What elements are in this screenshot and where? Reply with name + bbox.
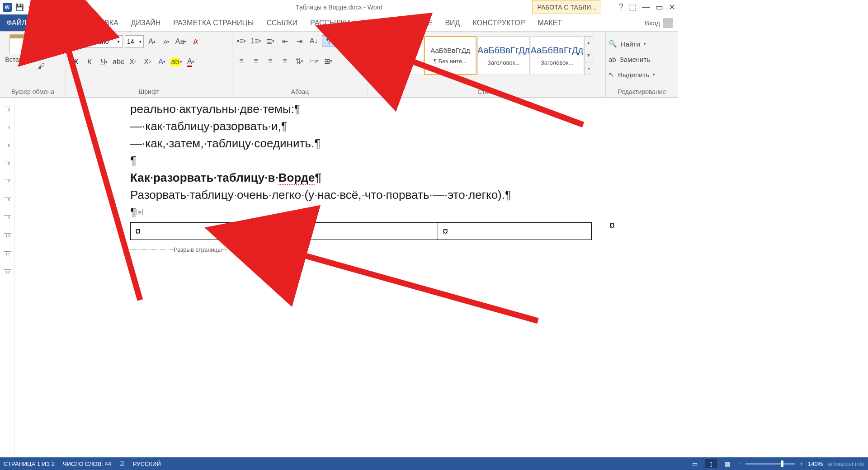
page-break-pilcrow: ¶ <box>271 244 277 255</box>
qat-customize[interactable]: ▾ <box>52 2 62 12</box>
underline-button[interactable]: Ч▾ <box>98 56 110 68</box>
doc-line[interactable]: —·как·таблицу·разорвать·и,¶ <box>130 118 678 135</box>
grow-font-button[interactable]: A▴ <box>146 36 158 47</box>
align-right-button[interactable]: ≡ <box>264 55 277 67</box>
page[interactable]: реально·актуальны·две·темы:¶ —·как·табли… <box>14 98 678 362</box>
select-icon: ↖ <box>609 70 614 79</box>
style-normal[interactable]: АаБбВвГгДдОбычный <box>371 36 423 75</box>
font-color-button[interactable]: A▾ <box>184 56 197 68</box>
save-button[interactable]: 💾 <box>14 2 24 12</box>
document-area: 3 4 5 6 7 8 9 10 11 12 реально·актуальны… <box>0 98 678 362</box>
strikethrough-button[interactable]: abc <box>112 56 125 68</box>
increase-indent-button[interactable]: ⇥ <box>293 35 306 47</box>
superscript-button[interactable]: X2 <box>141 56 154 68</box>
find-button[interactable]: 🔍Найти ▾ <box>609 37 655 51</box>
sign-in-button[interactable]: Вход <box>639 14 678 31</box>
borders-button[interactable]: ⊞▾ <box>322 55 335 67</box>
font-size-input[interactable]: 14▾ <box>125 35 144 48</box>
replace-button[interactable]: abЗаменить <box>609 52 655 66</box>
tab-home[interactable]: ГЛАВНАЯ <box>33 14 79 32</box>
numbering-button[interactable]: 1≡▾ <box>250 35 262 47</box>
style-heading2[interactable]: АаБбВвГгДдЗаголовок... <box>531 36 583 75</box>
tab-review[interactable]: РЕЦЕНЗИРОВАНИЕ <box>357 14 439 31</box>
redo-button[interactable]: ↷ <box>40 2 50 12</box>
close-icon[interactable]: ✕ <box>669 2 675 12</box>
table-anchor-icon[interactable]: ✥ <box>137 209 143 215</box>
styles-scroll[interactable]: ▲ ▼ ▾ <box>584 36 593 75</box>
ribbon-tabs: ФАЙЛ ГЛАВНАЯ ВСТАВКА ДИЗАЙН РАЗМЕТКА СТР… <box>0 14 678 32</box>
styles-up-icon[interactable]: ▲ <box>585 37 593 49</box>
doc-line[interactable]: Разорвать·таблицу·очень·легко·(у·нас·всё… <box>130 186 678 203</box>
font-name-input[interactable]: Calibri (Осно▾ <box>69 35 123 48</box>
tab-insert[interactable]: ВСТАВКА <box>80 14 125 31</box>
style-no-spacing[interactable]: АаБбВвГгДд¶ Без инте... <box>424 36 476 75</box>
minimize-icon[interactable]: — <box>642 2 650 12</box>
group-editing-label: Редактирование <box>606 86 678 97</box>
doc-line[interactable]: ¶ <box>130 203 678 221</box>
justify-button[interactable]: ≡ <box>278 55 291 67</box>
subscript-button[interactable]: X2 <box>127 56 139 68</box>
document-title: Таблицы в Ворде.docx - Word <box>296 4 382 11</box>
find-icon: 🔍 <box>609 40 617 48</box>
group-font-label: Шрифт <box>66 86 232 97</box>
tab-constructor[interactable]: КОНСТРУКТОР <box>466 14 531 31</box>
copy-button[interactable]: ⎘ <box>36 49 46 59</box>
vertical-ruler[interactable]: 3 4 5 6 7 8 9 10 11 12 <box>0 98 14 362</box>
tab-references[interactable]: ССЫЛКИ <box>260 14 304 31</box>
tab-mailings[interactable]: РАССЫЛКИ <box>304 14 357 31</box>
paste-button[interactable]: Вставить ▾ <box>3 34 34 68</box>
page-break-label: Разрыв страницы <box>174 246 222 253</box>
doc-line[interactable]: —·как,·затем,·таблицу·соединить.¶ <box>130 135 678 152</box>
decrease-indent-button[interactable]: ⇤ <box>278 35 291 47</box>
table-tools-tab[interactable]: РАБОТА С ТАБЛИ... <box>532 0 601 14</box>
tab-view[interactable]: ВИД <box>439 14 466 31</box>
align-left-button[interactable]: ≡ <box>235 55 248 67</box>
select-button[interactable]: ↖Выделить ▾ <box>609 68 655 81</box>
styles-down-icon[interactable]: ▼ <box>585 49 593 62</box>
format-painter-button[interactable]: 🖌 <box>36 61 46 71</box>
highlight-button[interactable]: ab▾ <box>170 56 183 68</box>
doc-line[interactable]: реально·актуальны·две·темы:¶ <box>130 100 678 118</box>
styles-gallery: АаБбВвГгДдОбычный АаБбВвГгДд¶ Без инте..… <box>371 36 593 75</box>
help-icon[interactable]: ? <box>619 2 623 12</box>
bold-button[interactable]: Ж <box>69 56 81 68</box>
change-case-button[interactable]: Aa▾ <box>175 36 187 47</box>
text-effects-button[interactable]: A▾ <box>156 56 168 68</box>
cut-button[interactable]: ✂ <box>36 36 46 46</box>
table-cell[interactable]: ¤ <box>438 223 592 240</box>
group-styles: АаБбВвГгДдОбычный АаБбВвГгДд¶ Без инте..… <box>368 32 606 97</box>
avatar-icon <box>663 18 673 28</box>
group-paragraph: •≡▾ 1≡▾ ≣▾ ⇤ ⇥ A↓ ¶ ≡ ≡ ≡ ≡ ⇅▾ ▭▾ ⊞▾ Абз… <box>232 32 368 97</box>
multilevel-button[interactable]: ≣▾ <box>264 35 277 47</box>
clear-formatting-button[interactable]: A̷ <box>189 36 202 47</box>
sort-button[interactable]: A↓ <box>307 35 320 47</box>
window-controls: ? ⬚ — ▭ ✕ <box>619 2 675 12</box>
styles-expand-icon[interactable]: ▾ <box>585 62 593 75</box>
end-row-marker: ¤ <box>609 220 615 231</box>
shading-button[interactable]: ▭▾ <box>307 55 320 67</box>
table-cell[interactable]: ¤ <box>284 223 438 240</box>
line-spacing-button[interactable]: ⇅▾ <box>293 55 306 67</box>
tab-file[interactable]: ФАЙЛ <box>0 14 33 31</box>
doc-line[interactable]: ¶ <box>130 152 678 169</box>
group-editing: 🔍Найти ▾ abЗаменить ↖Выделить ▾ Редактир… <box>606 32 678 97</box>
tab-design[interactable]: ДИЗАЙН <box>125 14 167 31</box>
table-cell[interactable]: ¤ <box>131 223 284 240</box>
shrink-font-button[interactable]: A▾ <box>160 36 173 47</box>
page-break: Разрыв страницы ¶ <box>130 244 678 255</box>
maximize-icon[interactable]: ▭ <box>656 2 663 12</box>
align-center-button[interactable]: ≡ <box>250 55 262 67</box>
italic-button[interactable]: К <box>83 56 96 68</box>
doc-table[interactable]: ¤ ¤ ¤ <box>130 222 592 240</box>
table-row[interactable]: ¤ ¤ ¤ <box>131 223 592 240</box>
tab-page-layout[interactable]: РАЗМЕТКА СТРАНИЦЫ <box>167 14 260 31</box>
tab-layout[interactable]: МАКЕТ <box>531 14 568 31</box>
paste-icon <box>9 34 28 54</box>
doc-heading[interactable]: Как·разорвать·таблицу·в·Ворде¶ <box>130 169 678 186</box>
show-marks-button[interactable]: ¶ <box>322 35 335 47</box>
style-heading1[interactable]: АаБбВвГгДдЗаголовок... <box>477 36 530 75</box>
bullets-button[interactable]: •≡▾ <box>235 35 248 47</box>
undo-button[interactable]: ↶▾ <box>27 2 37 12</box>
group-styles-label: Стили <box>368 86 605 97</box>
ribbon-options-icon[interactable]: ⬚ <box>629 2 637 12</box>
